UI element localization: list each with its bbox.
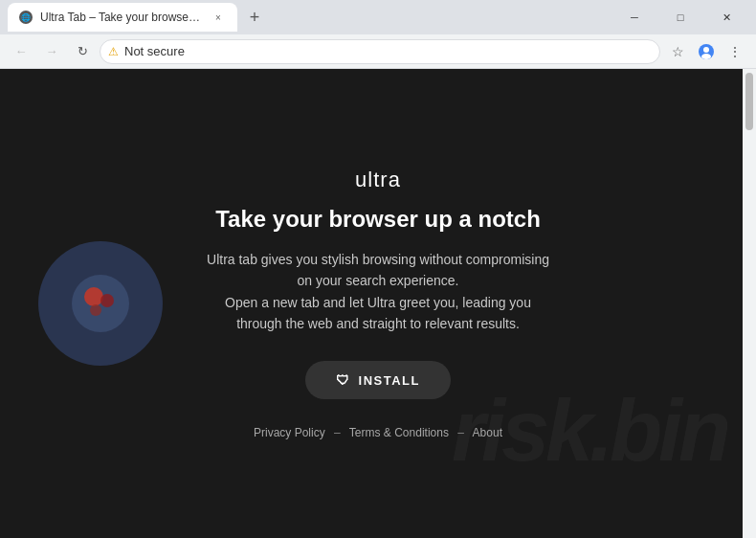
center-content: ultra Take your browser up a notch Ultra… — [206, 168, 550, 440]
tab-close-button[interactable]: × — [211, 10, 226, 25]
svg-point-4 — [84, 287, 103, 306]
footer-sep-1: – — [334, 426, 341, 439]
page-content: risk.bin ultra Take your browser up a no… — [0, 69, 756, 538]
footer-links: Privacy Policy – Terms & Conditions – Ab… — [206, 426, 550, 439]
footer-sep-2: – — [457, 426, 464, 439]
page-wrapper: risk.bin ultra Take your browser up a no… — [0, 69, 756, 538]
maximize-button[interactable]: □ — [658, 3, 702, 32]
privacy-policy-link[interactable]: Privacy Policy — [254, 426, 325, 439]
tab-title: Ultra Tab – Take your browser up — [40, 11, 203, 24]
forward-button[interactable]: → — [38, 38, 65, 65]
back-button[interactable]: ← — [8, 38, 34, 65]
tab-favicon: 🌐 — [19, 11, 33, 24]
svg-point-2 — [701, 54, 711, 59]
bookmark-button[interactable]: ☆ — [664, 38, 691, 65]
terms-link[interactable]: Terms & Conditions — [349, 426, 449, 439]
title-bar-left: 🌐 Ultra Tab – Take your browser up × + — [8, 3, 609, 32]
nav-right: ☆ ⋮ — [664, 38, 748, 65]
profile-button[interactable] — [693, 38, 720, 65]
browser-frame: 🌐 Ultra Tab – Take your browser up × + ─… — [0, 0, 756, 538]
install-button[interactable]: 🛡 INSTALL — [305, 361, 451, 399]
description: Ultra tab gives you stylish browsing wit… — [206, 249, 550, 335]
active-tab[interactable]: 🌐 Ultra Tab – Take your browser up × — [8, 3, 237, 32]
close-button[interactable]: ✕ — [704, 3, 748, 32]
headline: Take your browser up a notch — [206, 204, 550, 234]
svg-point-5 — [100, 294, 114, 307]
app-name: ultra — [206, 168, 550, 192]
logo-svg — [67, 270, 134, 337]
window-controls: ─ □ ✕ — [612, 3, 748, 32]
new-tab-button[interactable]: + — [241, 4, 268, 31]
address-bar[interactable]: ⚠ Not secure — [100, 39, 660, 64]
svg-point-1 — [703, 47, 709, 53]
scrollbar[interactable] — [743, 69, 756, 538]
profile-icon — [698, 43, 715, 60]
title-bar: 🌐 Ultra Tab – Take your browser up × + ─… — [0, 0, 756, 34]
reload-button[interactable]: ↻ — [69, 38, 96, 65]
page-area: risk.bin ultra Take your browser up a no… — [0, 69, 756, 538]
install-icon: 🛡 — [336, 372, 351, 388]
address-text: Not secure — [124, 44, 652, 58]
scrollbar-thumb[interactable] — [745, 73, 753, 130]
not-secure-icon: ⚠ — [108, 45, 119, 58]
svg-point-6 — [90, 304, 101, 316]
about-link[interactable]: About — [473, 426, 502, 439]
minimize-button[interactable]: ─ — [612, 3, 656, 32]
install-label: INSTALL — [359, 373, 420, 388]
nav-bar: ← → ↻ ⚠ Not secure ☆ ⋮ — [0, 34, 756, 69]
logo-circle — [38, 241, 163, 366]
menu-button[interactable]: ⋮ — [722, 38, 748, 65]
